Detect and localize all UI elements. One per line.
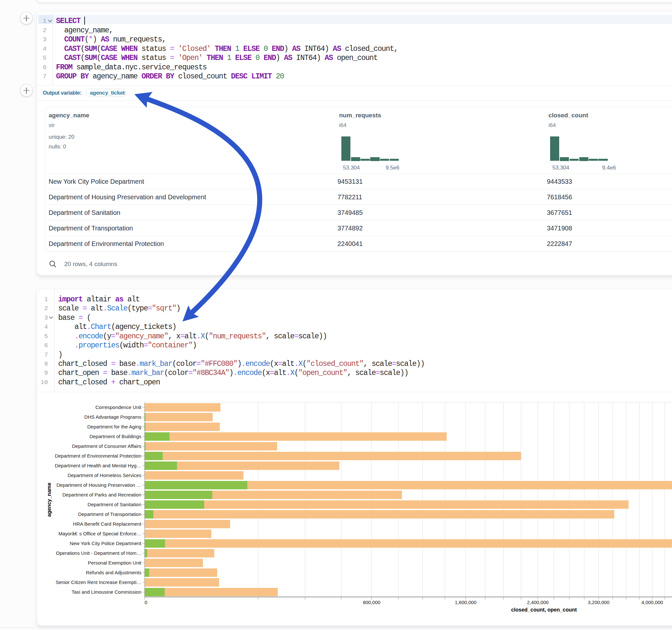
svg-text:Senior Citizen Rent Increase E: Senior Citizen Rent Increase Exempti… bbox=[56, 579, 141, 585]
svg-text:Department of Buildings: Department of Buildings bbox=[90, 434, 141, 439]
svg-text:Department for the Aging: Department for the Aging bbox=[87, 424, 141, 429]
svg-text:800,000: 800,000 bbox=[363, 600, 380, 605]
svg-text:Department of Transportation: Department of Transportation bbox=[78, 511, 141, 517]
svg-text:2,400,000: 2,400,000 bbox=[527, 600, 549, 605]
svg-text:Operations Unit - Department o: Operations Unit - Department of Hom… bbox=[56, 550, 141, 556]
svg-text:agency_name: agency_name bbox=[46, 483, 52, 517]
svg-text:Department of Health and Menta: Department of Health and Mental Hyg… bbox=[55, 463, 141, 468]
svg-text:Taxi and Limousine Commission: Taxi and Limousine Commission bbox=[72, 589, 141, 595]
svg-text:0: 0 bbox=[145, 600, 147, 605]
svg-text:Department of Environmental Pr: Department of Environmental Protection bbox=[55, 453, 141, 459]
svg-text:1,600,000: 1,600,000 bbox=[455, 600, 477, 605]
svg-text:New York City Police Departmen: New York City Police Department bbox=[70, 540, 142, 546]
svg-text:Department of Sanitation: Department of Sanitation bbox=[88, 502, 141, 507]
svg-text:HRA Benefit Card Replacement: HRA Benefit Card Replacement bbox=[73, 521, 142, 527]
svg-text:Department of Parks and Recrea: Department of Parks and Recreation bbox=[63, 492, 141, 498]
svg-text:Refunds and Adjustments: Refunds and Adjustments bbox=[86, 570, 141, 575]
svg-text:Department of Housing Preserva: Department of Housing Preservation … bbox=[56, 482, 141, 488]
svg-text:Department of Consumer Affairs: Department of Consumer Affairs bbox=[72, 443, 141, 449]
svg-text:Department of Homeless Service: Department of Homeless Services bbox=[67, 472, 141, 478]
svg-text:4,000,000: 4,000,000 bbox=[642, 600, 663, 605]
svg-text:Personal Exemption Unit: Personal Exemption Unit bbox=[88, 560, 142, 565]
svg-text:closed_count, open_count: closed_count, open_count bbox=[511, 607, 577, 612]
svg-text:3,200,000: 3,200,000 bbox=[588, 600, 609, 605]
svg-text:Mayorâ€ s Office of Special E: Mayorâ€ s Office of Special Enforce… bbox=[58, 531, 141, 536]
svg-text:Correspondence Unit: Correspondence Unit bbox=[95, 405, 142, 410]
svg-text:DHS Advantage Programs: DHS Advantage Programs bbox=[84, 414, 141, 420]
